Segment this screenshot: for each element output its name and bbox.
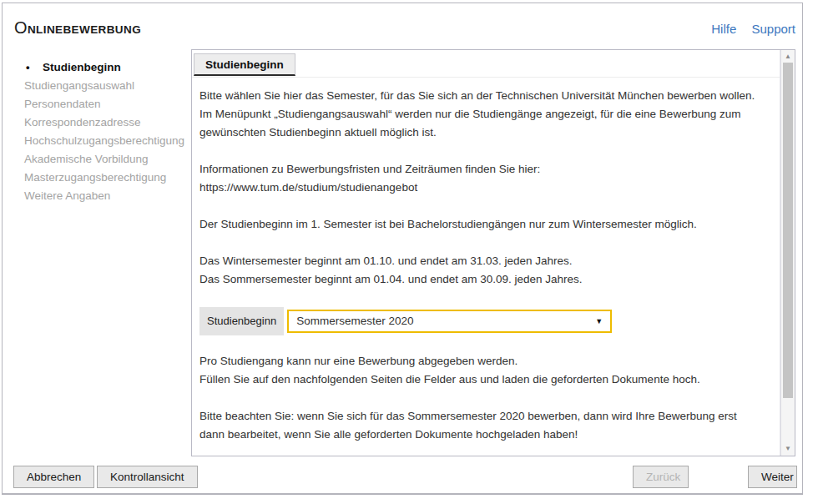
rules-line-2: Füllen Sie auf den nachfolgenden Seiten … [199, 373, 700, 386]
logo-text: NLINEBEWERBUNG [28, 23, 141, 36]
weiter-button[interactable]: Weiter [748, 466, 797, 488]
sidebar-item-personendaten[interactable]: Personendaten [14, 95, 188, 113]
zurueck-button[interactable]: Zurück [633, 466, 689, 488]
sidebar-item-label: Hochschulzugangsberechtigung [24, 134, 184, 147]
info-links-paragraph: Informationen zu Bewerbungsfristen und Z… [199, 160, 760, 197]
sommersemester-dates: Das Sommersemester beginnt am 01.04. und… [199, 273, 583, 285]
application-rules-paragraph: Pro Studiengang kann nur eine Bewerbung … [199, 352, 760, 389]
sidebar-item-akademische-vorbildung[interactable]: Akademische Vorbildung [14, 150, 188, 169]
selected-semester-value: Sommersemester 2020 [296, 312, 413, 330]
logo-letter: O [14, 18, 28, 37]
footer-button-bar: Abbrechen Kontrollansicht Zurück Weiter [3, 466, 802, 489]
sidebar-item-label: Personendaten [24, 98, 101, 110]
intro-paragraph: Bitte wählen Sie hier das Semester, für … [199, 87, 760, 142]
bachelor-hint-paragraph: Der Studienbeginn im 1. Semester ist bei… [199, 215, 760, 234]
app-logo: ONLINEBEWERBUNG [14, 18, 141, 38]
tab-studienbeginn[interactable]: Studienbeginn [194, 53, 295, 76]
sidebar-item-hochschulzugangsberechtigung[interactable]: Hochschulzugangsberechtigung [14, 132, 188, 150]
info-line: Informationen zu Bewerbungsfristen und Z… [199, 163, 540, 175]
hilfe-link[interactable]: Hilfe [711, 22, 736, 36]
wintersemester-dates: Das Wintersemester beginnt am 01.10. und… [199, 255, 573, 267]
scrollbar-thumb[interactable] [783, 63, 793, 398]
sidebar-item-masterzugangsberechtigung[interactable]: Masterzugangsberechtigung [14, 169, 188, 187]
studienbeginn-form-row: Studienbeginn Sommersemester 2020 ▼ [199, 307, 760, 335]
header-links: Hilfe Support [699, 22, 795, 36]
sidebar-item-studiengangsauswahl[interactable]: Studiengangsauswahl [14, 77, 188, 95]
sidebar-item-studienbeginn[interactable]: • Studienbeginn [14, 58, 188, 77]
vertical-scrollbar[interactable]: ▲ ▼ [780, 50, 795, 456]
step-navigation: • Studienbeginn Studiengangsauswahl Pers… [14, 58, 188, 205]
attention-paragraph: Bitte beachten Sie: wenn Sie sich für da… [199, 407, 760, 444]
active-step-bullet-icon: • [26, 58, 30, 77]
sidebar-item-label: Weitere Angaben [24, 189, 110, 202]
content-scroll-area: Studienbeginn Bitte wählen Sie hier das … [192, 50, 780, 456]
sidebar-item-label: Korrespondenzadresse [24, 116, 141, 129]
scroll-down-icon[interactable]: ▼ [781, 443, 795, 455]
tab-strip: Studienbeginn [192, 50, 780, 78]
rules-line-1: Pro Studiengang kann nur eine Bewerbung … [199, 355, 518, 367]
studienbeginn-select[interactable]: Sommersemester 2020 ▼ [287, 310, 612, 333]
content-panel: Studienbeginn Bitte wählen Sie hier das … [191, 49, 795, 456]
sidebar-item-weitere-angaben[interactable]: Weitere Angaben [14, 187, 188, 205]
studienangebot-url: https://www.tum.de/studium/studienangebo… [199, 181, 417, 194]
scroll-up-icon[interactable]: ▲ [781, 51, 795, 63]
semester-dates-paragraph: Das Wintersemester beginnt am 01.10. und… [199, 252, 760, 289]
studienbeginn-field-label: Studienbeginn [199, 307, 284, 335]
sidebar-item-label: Masterzugangsberechtigung [24, 171, 166, 184]
dropdown-arrow-icon: ▼ [595, 312, 603, 330]
sidebar-item-korrespondenzadresse[interactable]: Korrespondenzadresse [14, 113, 188, 132]
kontrollansicht-button[interactable]: Kontrollansicht [97, 466, 198, 488]
content-text: Bitte wählen Sie hier das Semester, für … [199, 87, 760, 444]
support-link[interactable]: Support [751, 22, 795, 36]
sidebar-item-label: Studiengangsauswahl [24, 79, 134, 92]
abbrechen-button[interactable]: Abbrechen [13, 466, 94, 488]
sidebar-item-label: Akademische Vorbildung [24, 153, 149, 165]
sidebar-item-label: Studienbeginn [43, 61, 121, 73]
app-window: ONLINEBEWERBUNG Hilfe Support • Studienb… [2, 3, 803, 495]
